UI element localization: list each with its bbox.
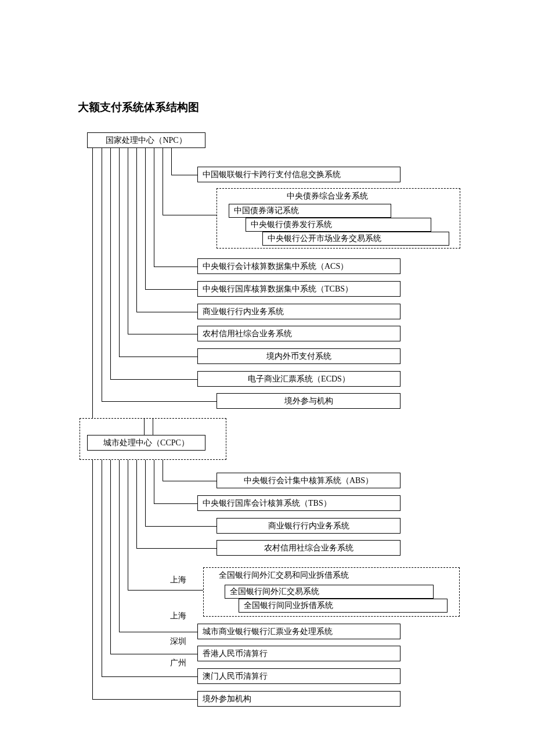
- node-label: 中国债券薄记系统: [234, 206, 299, 216]
- node-npc-child-3: 中央银行国库核算数据集中系统（TCBS）: [197, 281, 400, 297]
- node-ccpc-child-3: 农村信用社综合业务系统: [217, 540, 400, 556]
- node-label: 农村信用社综合业务系统: [264, 543, 353, 553]
- diagram-title: 大额支付系统体系结构图: [78, 100, 199, 115]
- city-label-shanghai-2: 上海: [170, 611, 186, 621]
- node-npc-child-8: 境外参与机构: [217, 393, 400, 409]
- city-label-shanghai-1: 上海: [170, 575, 186, 585]
- connector: [154, 460, 154, 503]
- node-label: 城市商业银行银行汇票业务处理系统: [203, 627, 333, 637]
- node-label: 中国银联银行卡跨行支付信息交换系统: [203, 170, 341, 180]
- node-label: 农村信用社综合业务系统: [203, 329, 292, 339]
- connector: [110, 148, 111, 379]
- connector: [163, 481, 217, 481]
- node-label: 商业银行行内业务系统: [203, 307, 284, 317]
- node-ccpc-child-7: 澳门人民币清算行: [197, 668, 400, 684]
- group-interbank-item-0: 全国银行间外汇交易系统: [225, 585, 434, 599]
- node-ccpc-label: 城市处理中心（CCPC）: [103, 438, 189, 448]
- group-interbank: 全国银行间外汇交易和同业拆借系统 全国银行间外汇交易系统 全国银行间同业拆借系统: [203, 567, 460, 617]
- node-label: 全国银行间同业拆借系统: [244, 600, 333, 611]
- connector: [92, 460, 93, 699]
- connector: [136, 148, 137, 312]
- group-bonds-item-1: 中央银行债券发行系统: [246, 218, 431, 232]
- node-ccpc: 城市处理中心（CCPC）: [87, 435, 205, 451]
- connector: [154, 267, 197, 267]
- node-ccpc-child-5: 城市商业银行银行汇票业务处理系统: [197, 624, 400, 639]
- connector: [128, 590, 203, 591]
- connector: [171, 148, 172, 175]
- connector: [128, 460, 128, 590]
- city-label-shenzhen: 深圳: [170, 636, 186, 647]
- connector: [154, 503, 197, 504]
- node-npc-child-2: 中央银行会计核算数据集中系统（ACS）: [197, 258, 400, 274]
- connector: [145, 526, 217, 527]
- connector: [163, 215, 217, 215]
- node-label: 中央银行债券发行系统: [251, 219, 332, 230]
- connector: [163, 460, 163, 481]
- connector: [119, 148, 120, 357]
- node-label: 澳门人民币清算行: [203, 671, 268, 682]
- connector: [102, 401, 217, 402]
- node-ccpc-child-0: 中央银行会计集中核算系统（ABS）: [217, 473, 400, 488]
- connector: [136, 548, 217, 549]
- node-label: 中央银行会计核算数据集中系统（ACS）: [203, 261, 348, 272]
- connector: [136, 312, 197, 312]
- group-interbank-item-1: 全国银行间同业拆借系统: [239, 599, 448, 613]
- node-ccpc-child-2: 商业银行行内业务系统: [217, 518, 400, 534]
- node-label: 商业银行行内业务系统: [268, 521, 349, 531]
- node-npc-label: 国家处理中心（NPC）: [106, 135, 186, 146]
- connector: [110, 654, 197, 654]
- connector: [163, 148, 163, 215]
- node-npc-child-0: 中国银联银行卡跨行支付信息交换系统: [197, 167, 400, 182]
- node-label: 境内外币支付系统: [266, 351, 331, 362]
- connector: [145, 148, 146, 289]
- city-label-guangzhou: 广州: [170, 658, 186, 668]
- connector: [153, 419, 153, 435]
- group-bonds-title: 中央债券综合业务系统: [284, 191, 370, 201]
- node-label: 中央银行国库核算数据集中系统（TCBS）: [203, 284, 353, 294]
- node-ccpc-child-6: 香港人民币清算行: [197, 646, 400, 661]
- node-label: 中央银行会计集中核算系统（ABS）: [244, 476, 373, 486]
- node-label: 境外参加机构: [203, 694, 251, 704]
- node-npc-child-7: 电子商业汇票系统（ECDS）: [197, 371, 400, 387]
- node-npc-child-4: 商业银行行内业务系统: [197, 304, 400, 319]
- connector: [110, 379, 197, 380]
- connector: [145, 460, 146, 526]
- connector: [136, 460, 137, 548]
- connector: [92, 699, 197, 700]
- node-npc-child-5: 农村信用社综合业务系统: [197, 326, 400, 341]
- connector: [154, 148, 154, 267]
- connector: [128, 334, 197, 334]
- connector: [145, 289, 197, 290]
- connector: [110, 460, 111, 654]
- group-bonds-item-2: 中央银行公开市场业务交易系统: [262, 232, 449, 246]
- node-npc-child-6: 境内外币支付系统: [197, 348, 400, 364]
- node-label: 中央银行国库会计核算系统（TBS）: [203, 498, 331, 509]
- group-bonds-item-0: 中国债券薄记系统: [229, 204, 391, 218]
- group-bonds: 中央债券综合业务系统 中国债券薄记系统 中央银行债券发行系统 中央银行公开市场业…: [217, 188, 460, 249]
- node-npc: 国家处理中心（NPC）: [87, 132, 205, 148]
- node-ccpc-child-1: 中央银行国库会计核算系统（TBS）: [197, 495, 400, 511]
- node-label: 全国银行间外汇交易系统: [230, 586, 319, 597]
- node-ccpc-child-8: 境外参加机构: [197, 691, 400, 707]
- connector: [171, 175, 197, 175]
- connector: [128, 148, 128, 334]
- node-label: 电子商业汇票系统（ECDS）: [248, 374, 350, 384]
- node-label: 中央银行公开市场业务交易系统: [268, 233, 381, 244]
- connector: [119, 460, 120, 632]
- connector: [119, 357, 197, 357]
- node-label: 香港人民币清算行: [203, 649, 268, 659]
- connector: [102, 676, 197, 677]
- connector: [102, 460, 102, 676]
- connector: [144, 419, 145, 435]
- node-label: 境外参与机构: [284, 396, 333, 406]
- connector: [92, 148, 93, 419]
- group-interbank-title: 全国银行间外汇交易和同业拆借系统: [217, 570, 351, 581]
- connector: [119, 632, 197, 632]
- connector: [102, 148, 102, 401]
